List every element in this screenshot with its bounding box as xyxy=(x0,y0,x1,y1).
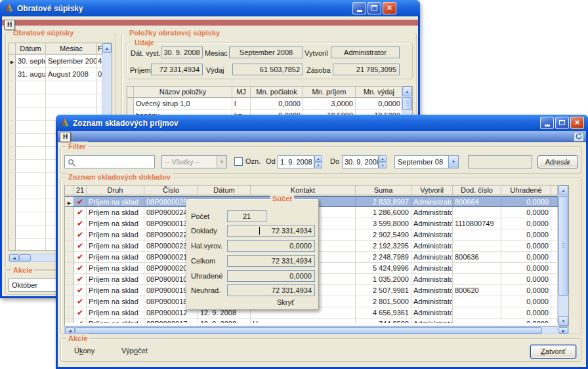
scrollbar-track[interactable] xyxy=(542,327,558,334)
spin-down-button[interactable]: ▼ xyxy=(314,162,322,168)
scroll-down-button[interactable]: ▼ xyxy=(558,316,568,326)
column-header-nazov[interactable]: Názov položky xyxy=(134,87,232,98)
cell-druh: Príjem na sklad xyxy=(87,296,144,307)
row-marker-cell xyxy=(65,207,74,218)
table-row[interactable]: ▶ 30. septe September 2008 4 xyxy=(9,55,112,68)
cell-datum xyxy=(16,212,46,225)
h-button[interactable]: H xyxy=(4,20,15,30)
column-header-vydaj[interactable]: Mn. výdaj xyxy=(356,87,403,98)
row-marker-cell: ▶ xyxy=(65,197,74,206)
scroll-left-button[interactable]: ◀ xyxy=(9,254,19,262)
table-row[interactable]: Ovécný sirup 1,0 l 0,0000 3,0000 0,0000 xyxy=(127,98,412,110)
uhradene-field[interactable]: 0,0000 xyxy=(227,270,315,282)
row-marker-cell xyxy=(9,160,16,172)
chevron-down-icon[interactable]: ▼ xyxy=(217,156,226,168)
date-to-stepper[interactable]: ▲ ▼ xyxy=(379,155,387,168)
close-button[interactable]: × xyxy=(570,117,584,129)
close-button[interactable]: × xyxy=(383,2,396,14)
hal-vyrov-field[interactable]: 0,0000 xyxy=(227,240,315,252)
column-header-kontakt[interactable]: Kontakt xyxy=(251,185,356,195)
scrollbar-thumb[interactable] xyxy=(75,327,542,334)
marker-column-header[interactable] xyxy=(65,185,74,195)
minimize-button[interactable] xyxy=(540,117,554,129)
maximize-icon xyxy=(371,5,377,10)
column-header-vytvoril[interactable]: Vytvoril xyxy=(411,185,453,195)
cell-vytvoril: Administrator xyxy=(411,207,453,218)
spin-up-button[interactable]: ▲ xyxy=(379,155,387,162)
column-header-count[interactable]: 21 xyxy=(74,185,87,195)
scroll-right-button[interactable]: ▶ xyxy=(558,327,568,334)
table-row[interactable] xyxy=(9,81,112,94)
fg-window-titlebar[interactable]: Zoznam skladových príjmov × xyxy=(56,115,588,131)
h-button[interactable]: H xyxy=(60,132,71,142)
column-header-datum[interactable]: Dátum xyxy=(16,43,46,54)
type-combobox[interactable]: -- Všetky -- ▼ xyxy=(161,155,227,168)
spin-down-button[interactable]: ▼ xyxy=(379,162,387,168)
scroll-up-button[interactable]: ▲ xyxy=(102,43,112,53)
minimize-button[interactable] xyxy=(352,2,366,14)
scroll-left-button[interactable]: ◀ xyxy=(65,327,75,334)
bg-window-titlebar[interactable]: Obratové súpisky × xyxy=(0,0,420,16)
horizontal-scrollbar[interactable]: ◀ ▶ xyxy=(64,326,569,334)
column-header-prijem[interactable]: Mn. príjem xyxy=(303,87,356,98)
column-header-pociatok[interactable]: Mn. počiatok xyxy=(251,87,303,98)
refresh-button[interactable] xyxy=(574,132,584,142)
vypocet-menu[interactable]: Výpočet xyxy=(121,347,148,355)
cell-suma: 3 599,8000 xyxy=(356,218,411,229)
neuhrad-field[interactable]: 72 331,4934 xyxy=(227,284,315,296)
scroll-up-button[interactable]: ▲ xyxy=(558,185,568,195)
marker-column-header[interactable] xyxy=(127,87,134,98)
app-icon xyxy=(4,3,14,14)
adresar-button[interactable]: Adresár xyxy=(537,155,578,168)
od-label: Od xyxy=(266,157,276,165)
reference-field[interactable] xyxy=(468,155,532,168)
vertical-scrollbar[interactable]: ▲ ▼ xyxy=(558,185,568,326)
do-label: Do xyxy=(330,157,339,165)
cell-dod-cislo xyxy=(453,263,501,273)
column-header-suma[interactable]: Suma xyxy=(356,185,411,195)
doklady-field[interactable]: 72 331,4934 xyxy=(227,225,315,237)
date-from-input[interactable]: 1. 9. 2008 xyxy=(278,155,314,168)
column-header-mj[interactable]: MJ xyxy=(232,87,251,98)
cell-check: ✔ xyxy=(74,307,87,318)
skryt-button[interactable]: Skryť xyxy=(273,298,298,307)
table-row[interactable]: ✔ Príjem na sklad 08P0900017 19. 9. 2008… xyxy=(65,319,558,323)
date-from-stepper[interactable]: ▲ ▼ xyxy=(314,155,322,168)
scrollbar-thumb[interactable] xyxy=(558,196,568,296)
type-combobox-value: -- Všetky -- xyxy=(165,158,200,166)
cell-mj: l xyxy=(232,98,251,109)
spin-up-button[interactable]: ▲ xyxy=(314,155,322,162)
cell-datum xyxy=(16,160,46,172)
table-row[interactable] xyxy=(9,94,112,107)
maximize-button[interactable] xyxy=(368,2,381,14)
cell-datum xyxy=(16,173,46,185)
cell-mesiac xyxy=(46,94,97,107)
ozn-checkbox[interactable] xyxy=(234,157,243,166)
column-header-datum[interactable]: Dátum xyxy=(198,185,251,195)
date-to-input[interactable]: 30. 9. 2008 xyxy=(342,155,379,168)
scrollbar-thumb[interactable] xyxy=(19,254,31,262)
zatvorit-button[interactable]: Zatvoriť xyxy=(530,345,576,359)
column-header-druh[interactable]: Druh xyxy=(87,185,144,195)
ukony-menu[interactable]: Úkony xyxy=(74,347,94,355)
column-header-cislo[interactable]: Číslo xyxy=(144,185,198,195)
down-arrow-icon: ▼ xyxy=(317,163,320,167)
month-combobox[interactable]: September 08 ▼ xyxy=(394,155,459,168)
search-input[interactable] xyxy=(64,155,155,168)
table-row[interactable]: 31. augus August 2008 0 xyxy=(9,68,112,81)
marker-column-header[interactable] xyxy=(9,43,16,54)
maximize-button[interactable] xyxy=(555,117,569,129)
column-header-mesiac[interactable]: Mesiac xyxy=(46,43,97,54)
celkom-field[interactable]: 72 331,4934 xyxy=(227,255,315,267)
bg-window-title: Obratové súpisky xyxy=(17,4,83,13)
scrollbar-thumb[interactable] xyxy=(402,97,412,110)
column-header-uhradene[interactable]: Uhradené xyxy=(501,185,551,195)
cell-datum xyxy=(16,199,46,212)
scroll-up-button[interactable]: ▲ xyxy=(402,87,412,96)
chevron-down-icon[interactable]: ▼ xyxy=(448,156,458,168)
check-icon: ✔ xyxy=(77,208,83,217)
cell-vytvoril: Administrator xyxy=(411,229,453,240)
column-header-dod-cislo[interactable]: Dod. číslo xyxy=(453,185,501,195)
pocet-field[interactable]: 21 xyxy=(227,210,266,222)
cell-mesiac: September 2008 xyxy=(46,55,97,68)
